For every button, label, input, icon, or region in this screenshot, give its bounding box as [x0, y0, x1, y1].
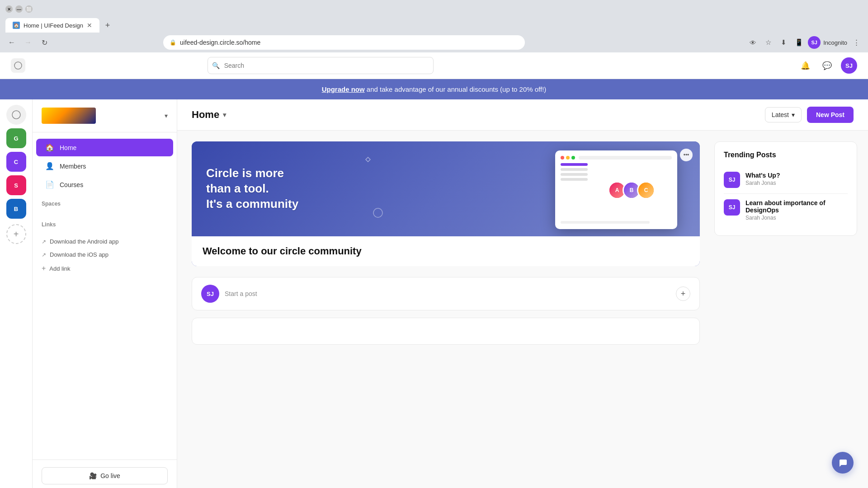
trending-post-2[interactable]: SJ Learn about importance of DesignOps S…	[724, 194, 848, 226]
app-home-icon	[11, 58, 25, 73]
go-live-icon: 🎥	[89, 472, 97, 479]
bookmark-icon[interactable]: ☆	[762, 36, 774, 49]
trending-post-1[interactable]: SJ What's Up? Sarah Jonas	[724, 166, 848, 194]
circle-home-icon[interactable]	[6, 105, 26, 125]
search-icon: 🔍	[212, 62, 220, 69]
sort-button[interactable]: Latest ▾	[765, 107, 802, 122]
add-link-label: Add link	[49, 265, 70, 272]
rail-icon-c[interactable]: C	[6, 152, 26, 172]
post-user-avatar: SJ	[201, 285, 219, 303]
browser-close-btn[interactable]: ✕	[5, 5, 13, 13]
forward-button[interactable]: →	[22, 36, 34, 49]
url-text[interactable]: uifeed-design.circle.so/home	[180, 39, 260, 46]
hero-text-line1: Circle is more	[206, 166, 284, 180]
incognito-label: Incognito	[823, 39, 847, 46]
hero-card: Circle is more than a tool. It's a commu…	[192, 141, 700, 266]
post-add-button[interactable]: +	[676, 286, 690, 301]
chat-bubble-button[interactable]	[832, 452, 854, 474]
browser-minimize-btn[interactable]: —	[15, 5, 23, 13]
hero-mockup: A B C	[555, 150, 682, 232]
page-title-chevron-icon[interactable]: ▾	[223, 111, 226, 118]
lens-icon[interactable]: 👁	[746, 36, 759, 49]
main-content-area: Home ▾ Latest ▾ New Post	[177, 99, 868, 488]
hero-text-line3: It's a community	[206, 197, 298, 211]
notifications-button[interactable]: 🔔	[797, 57, 814, 74]
user-avatar-button[interactable]: SJ	[841, 57, 857, 74]
device-icon[interactable]: 📱	[793, 36, 805, 49]
upgrade-banner: Upgrade now and take advantage of our an…	[0, 79, 868, 99]
post-input-card[interactable]: SJ Start a post +	[192, 277, 700, 310]
sort-chevron-icon: ▾	[792, 111, 795, 118]
sidebar: ▾ 🏠 Home 👤 Members 📄 Courses Spaces Link…	[33, 99, 177, 488]
trending-post-2-title: Learn about importance of DesignOps	[745, 199, 848, 214]
sidebar-link-android[interactable]: ↗ Download the Android app	[33, 235, 177, 248]
menu-button[interactable]: ⋮	[850, 36, 863, 49]
sidebar-logo	[42, 107, 96, 125]
links-section-title: Links	[33, 218, 177, 231]
trending-post-1-avatar: SJ	[724, 172, 740, 188]
rail-icon-g[interactable]: G	[6, 128, 26, 148]
trending-posts-title: Trending Posts	[724, 151, 848, 159]
trending-post-1-title: What's Up?	[745, 172, 848, 179]
back-button[interactable]: ←	[5, 36, 18, 49]
refresh-button[interactable]: ↻	[38, 36, 51, 49]
sidebar-collapse-icon[interactable]: ▾	[165, 112, 168, 119]
add-link-icon: +	[42, 264, 46, 272]
rail-icon-b[interactable]: B	[6, 199, 26, 219]
home-icon: 🏠	[45, 143, 54, 152]
sidebar-item-courses[interactable]: 📄 Courses	[36, 176, 173, 193]
go-live-label: Go live	[100, 472, 120, 479]
profile-icon[interactable]: SJ	[808, 36, 821, 49]
browser-maximize-btn[interactable]: ⬜	[25, 5, 33, 13]
android-link-label: Download the Android app	[50, 238, 119, 245]
ios-link-label: Download the iOS app	[50, 251, 108, 258]
trending-post-1-author: Sarah Jonas	[745, 180, 848, 186]
new-post-button[interactable]: New Post	[807, 107, 854, 123]
chat-button[interactable]: 💬	[819, 57, 835, 74]
external-link-icon-android: ↗	[42, 239, 46, 245]
go-live-button[interactable]: 🎥 Go live	[42, 467, 168, 484]
members-icon: 👤	[45, 162, 54, 170]
page-title-area: Home ▾	[192, 109, 226, 121]
hero-menu-button[interactable]: •••	[680, 149, 693, 161]
main-header: Home ▾ Latest ▾ New Post	[177, 99, 868, 131]
sidebar-members-label: Members	[60, 163, 86, 170]
tab-favicon: 🏠	[13, 22, 20, 29]
new-tab-button[interactable]: +	[101, 19, 114, 32]
sidebar-item-members[interactable]: 👤 Members	[36, 157, 173, 175]
hero-text-line2: than a tool.	[206, 182, 269, 195]
tab-close-icon[interactable]: ✕	[87, 22, 92, 29]
sidebar-item-home[interactable]: 🏠 Home	[36, 139, 173, 156]
trending-post-2-author: Sarah Jonas	[745, 215, 848, 221]
page-title: Home	[192, 109, 219, 121]
sidebar-courses-label: Courses	[60, 181, 83, 188]
svg-point-0	[14, 62, 22, 69]
trending-sidebar: Trending Posts SJ What's Up? Sarah Jonas…	[714, 131, 868, 356]
hero-post-title: Welcome to our circle community	[203, 245, 689, 257]
svg-point-1	[12, 111, 20, 119]
hero-banner-image: Circle is more than a tool. It's a commu…	[192, 141, 700, 236]
sort-label: Latest	[772, 111, 789, 118]
download-icon[interactable]: ⬇	[777, 36, 790, 49]
sidebar-home-label: Home	[60, 144, 76, 151]
add-link-button[interactable]: + Add link	[33, 261, 177, 276]
courses-icon: 📄	[45, 180, 54, 189]
upgrade-link[interactable]: Upgrade now	[322, 85, 365, 93]
partial-post-card	[192, 318, 700, 345]
icon-rail: G C S B +	[0, 99, 33, 488]
post-input-field[interactable]: Start a post	[225, 290, 670, 297]
hero-text: Circle is more than a tool. It's a commu…	[206, 166, 298, 211]
browser-tab-active[interactable]: 🏠 Home | UIFeed Design ✕	[5, 18, 99, 33]
tab-title: Home | UIFeed Design	[24, 22, 83, 29]
add-community-button[interactable]: +	[6, 224, 26, 244]
security-icon: 🔒	[170, 39, 176, 46]
svg-point-2	[373, 208, 382, 217]
sidebar-link-ios[interactable]: ↗ Download the iOS app	[33, 248, 177, 261]
search-input[interactable]	[208, 57, 434, 74]
hero-post-title-area: Welcome to our circle community	[192, 236, 700, 266]
rail-icon-s[interactable]: S	[6, 175, 26, 195]
banner-text: and take advantage of our annual discoun…	[365, 85, 547, 93]
trending-post-2-avatar: SJ	[724, 199, 740, 216]
trending-posts-card: Trending Posts SJ What's Up? Sarah Jonas…	[714, 141, 857, 236]
external-link-icon-ios: ↗	[42, 252, 46, 258]
